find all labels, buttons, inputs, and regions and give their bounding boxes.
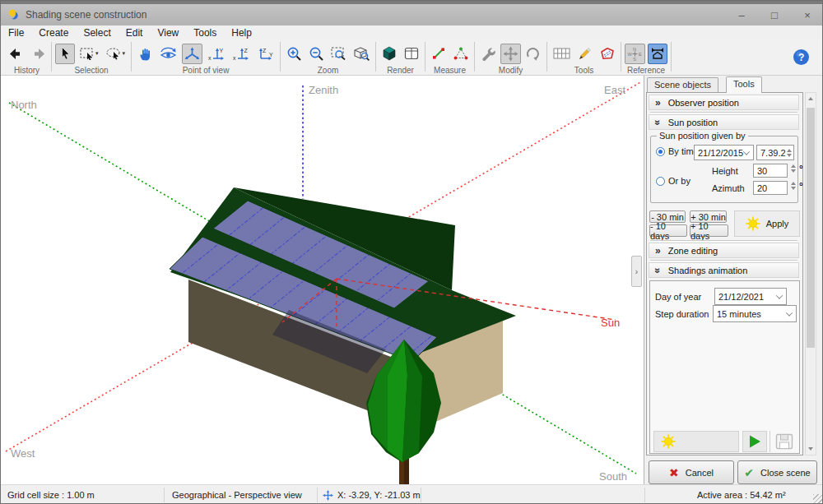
maximize-button[interactable]: □ xyxy=(758,4,791,25)
zoom-out-button[interactable] xyxy=(306,44,326,64)
xz-plane-icon: xZ xyxy=(232,47,249,61)
resize-grip[interactable] xyxy=(813,494,822,503)
divider xyxy=(421,488,421,502)
view-xy-plane-button[interactable]: xY xyxy=(205,44,227,64)
day-of-year-label: Day of year xyxy=(655,292,701,302)
menu-tools[interactable]: Tools xyxy=(186,26,224,39)
menu-help[interactable]: Help xyxy=(224,26,259,39)
or-by-radio[interactable] xyxy=(656,177,665,186)
toolbar-group-zoom: Zoom xyxy=(284,39,372,75)
plus-10days-button[interactable]: + 10 days xyxy=(690,224,728,237)
menu-view[interactable]: View xyxy=(150,26,186,39)
menu-select[interactable]: Select xyxy=(76,26,118,39)
render-wireframe-button[interactable] xyxy=(402,44,421,64)
close-scene-button[interactable]: ✔ Close scene xyxy=(737,460,817,484)
axes-3d-view-button[interactable] xyxy=(182,44,202,64)
scene-viewport[interactable]: North Zenith East Sun West South xyxy=(1,76,644,484)
azimuth-input[interactable]: 20 xyxy=(753,181,788,195)
modify-rotate-button[interactable] xyxy=(523,44,543,64)
title-bar[interactable]: Shading scene construction – □ × xyxy=(1,1,823,25)
spin-down-icon[interactable] xyxy=(791,187,796,190)
spin-down-icon[interactable] xyxy=(791,169,796,173)
spin-up-icon[interactable] xyxy=(791,164,796,168)
panel-collapse-button[interactable]: › xyxy=(631,256,642,287)
pencil-icon xyxy=(579,47,592,60)
save-animation-button[interactable] xyxy=(772,431,797,452)
time-spinner[interactable]: 7.39.2 xyxy=(756,145,794,160)
select-pointer-button[interactable] xyxy=(55,44,75,64)
apply-label: Apply xyxy=(766,219,789,229)
section-shadings-animation[interactable]: » Shadings animation xyxy=(649,262,799,278)
or-by-label: Or by xyxy=(668,176,690,186)
select-rectangle-button[interactable]: ▾ xyxy=(77,44,101,64)
label-south: South xyxy=(599,470,627,483)
toolbar-group-tools: Tools xyxy=(551,39,617,75)
scroll-up-button[interactable] xyxy=(806,93,816,104)
section-sun-position[interactable]: » Sun position xyxy=(649,114,799,130)
scrollbar-thumb[interactable] xyxy=(807,108,815,348)
tools-draw-button[interactable] xyxy=(575,44,595,64)
render-solid-button[interactable] xyxy=(379,44,399,64)
panel-scrollbar[interactable] xyxy=(805,92,816,455)
menu-create[interactable]: Create xyxy=(31,26,76,39)
day-of-year-combobox[interactable]: 21/12/2021 xyxy=(714,288,787,305)
app-logo-icon xyxy=(8,9,20,21)
active-area: Active area : 54.42 m² xyxy=(697,490,786,500)
step-duration-combobox[interactable]: 15 minutes xyxy=(713,305,797,322)
reference-compass-button[interactable]: NSWE xyxy=(625,44,645,64)
measure-angle-button[interactable] xyxy=(451,44,471,64)
divider xyxy=(644,488,645,502)
degree-symbol: ° xyxy=(799,164,803,175)
by-time-radio[interactable] xyxy=(656,147,665,156)
compass-icon: NSWE xyxy=(627,46,643,62)
play-icon xyxy=(747,434,762,449)
toolbar-separator xyxy=(375,42,376,72)
toolbar-group-render: Render xyxy=(379,39,421,75)
section-observer-position[interactable]: » Observer position xyxy=(649,95,799,110)
minimize-button[interactable]: – xyxy=(725,4,758,25)
view-xz-plane-button[interactable]: xZ xyxy=(230,44,252,64)
apply-button[interactable]: Apply xyxy=(734,210,800,237)
toolbar-label-selection: Selection xyxy=(74,66,108,75)
modify-move-button[interactable] xyxy=(500,44,521,64)
date-combobox[interactable]: 21/12/2015 xyxy=(694,145,754,160)
tools-grid-button[interactable] xyxy=(551,44,573,64)
select-lasso-button[interactable]: ▾ xyxy=(104,44,128,64)
divider xyxy=(770,431,770,452)
measure-distance-button[interactable] xyxy=(429,44,449,64)
measure-angle-icon xyxy=(453,47,468,60)
view-zy-plane-button[interactable]: ZY xyxy=(254,44,277,64)
close-button[interactable]: × xyxy=(791,4,823,25)
tab-tools[interactable]: Tools xyxy=(726,76,762,93)
reference-frame-button[interactable] xyxy=(648,44,667,64)
minus-10days-button[interactable]: - 10 days xyxy=(649,224,687,237)
zoom-window-button[interactable] xyxy=(328,44,349,64)
spin-up-icon[interactable] xyxy=(787,149,792,152)
zoom-all-button[interactable] xyxy=(351,44,372,64)
chevron-expanded-icon: » xyxy=(653,267,663,273)
spin-up-icon[interactable] xyxy=(791,182,796,185)
toolbar-separator xyxy=(671,42,672,72)
pan-hand-button[interactable] xyxy=(135,44,155,64)
menu-file[interactable]: File xyxy=(1,26,31,39)
spin-down-icon[interactable] xyxy=(787,154,792,157)
play-animation-button[interactable] xyxy=(742,431,767,452)
orbit-view-button[interactable] xyxy=(157,44,179,64)
help-button[interactable]: ? xyxy=(790,47,812,67)
pointer-icon xyxy=(60,47,71,60)
svg-text:?: ? xyxy=(798,52,804,63)
history-back-button[interactable] xyxy=(6,44,26,64)
scroll-down-button[interactable] xyxy=(806,443,816,455)
zoom-in-button[interactable] xyxy=(284,44,304,64)
menu-edit[interactable]: Edit xyxy=(119,26,151,39)
history-forward-button[interactable] xyxy=(28,44,48,64)
section-zone-editing[interactable]: » Zone editing xyxy=(649,243,799,258)
tab-scene-objects[interactable]: Scene objects xyxy=(647,77,718,92)
tools-zones-button[interactable] xyxy=(597,44,617,64)
sun-animation-button[interactable] xyxy=(653,431,739,452)
modify-edit-button[interactable] xyxy=(478,44,498,64)
house-object[interactable] xyxy=(170,187,516,428)
cancel-button[interactable]: ✖ Cancel xyxy=(649,460,734,484)
height-input[interactable]: 30 xyxy=(753,164,788,178)
svg-text:Y: Y xyxy=(220,48,224,53)
